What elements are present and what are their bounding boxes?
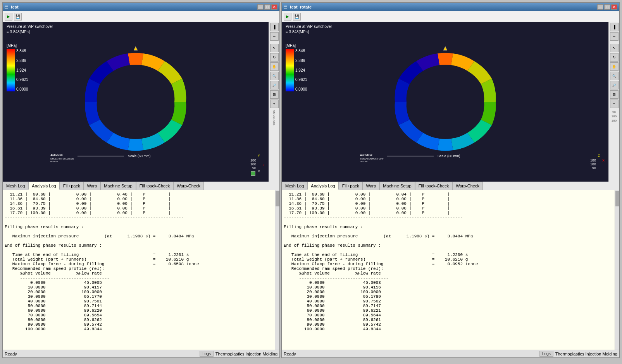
right-window-icon: 🗔 <box>284 5 288 9</box>
left-x-axis: X <box>258 169 260 173</box>
right-rt-zoomin[interactable]: 🔍 <box>610 72 619 80</box>
right-minimize-btn[interactable]: ─ <box>597 4 603 10</box>
right-rt-label-180b: 180 <box>612 119 617 122</box>
right-rt-scroll[interactable]: ▐ <box>610 23 619 31</box>
right-viewport: Pressure at V/P switchover = 3.848[MPa] … <box>282 22 608 182</box>
left-save-btn[interactable]: 💾 <box>14 13 22 21</box>
left-close-btn[interactable]: ✕ <box>271 4 277 10</box>
right-scroll-thumb[interactable] <box>615 191 619 206</box>
left-rt-fit[interactable]: ⊞ <box>270 90 279 99</box>
right-log-area: 11.21 | 60.68 | 0.00 | 0.04 | P | 11.86 … <box>282 190 619 350</box>
left-rt-label-90: 90 <box>272 110 276 114</box>
left-right-toolbar: ▐ ─ ↖ ↻ ✋ 🔍 🔎 ⊞ + 90 180 180 <box>269 22 279 182</box>
right-right-toolbar: ▐ ─ ↖ ↻ ✋ 🔍 🔎 ⊞ + 90 180 180 <box>608 22 619 182</box>
left-log-area: 11.21 | 60.68 | 0.00 | 0.40 | P | 11.86 … <box>3 190 279 350</box>
svg-text:SIMULATION MOLDFLOW: SIMULATION MOLDFLOW <box>50 158 74 160</box>
right-rt-minus[interactable]: ─ <box>610 32 619 41</box>
right-scrollbar[interactable] <box>615 190 619 350</box>
right-title-bar: 🗔 test_rotate ─ □ ✕ <box>282 3 619 11</box>
right-tab-warpcheck[interactable]: Warp-Check <box>452 182 483 190</box>
left-tab-machinesetup[interactable]: Machine Setup <box>100 182 136 190</box>
left-minimize-btn[interactable]: ─ <box>257 4 264 10</box>
left-viewport: Pressure at V/P switchover = 3.848[MPa] … <box>3 22 269 182</box>
left-window-icon: 🗔 <box>5 5 9 9</box>
left-rt-scroll[interactable]: ▐ <box>270 23 279 31</box>
right-tab-machinesetup[interactable]: Machine Setup <box>379 182 415 190</box>
right-window-title: test_rotate <box>290 5 312 9</box>
right-ring-display: Scale (60 mm) Autodesk SIMULATION MOLDFL… <box>282 22 608 182</box>
svg-text:INSIGHT: INSIGHT <box>50 160 58 162</box>
left-scroll-thumb[interactable] <box>276 191 279 206</box>
right-window: 🗔 test_rotate ─ □ ✕ ▶ 💾 Pressure at V/P <box>281 2 620 358</box>
right-rt-label-90: 90 <box>612 110 616 114</box>
left-tab-warp[interactable]: Warp <box>83 182 100 190</box>
svg-text:SIMULATION MOLDFLOW: SIMULATION MOLDFLOW <box>360 158 384 160</box>
left-z-axis: Z <box>263 163 265 167</box>
right-axes: 180 180 90 <box>590 158 596 170</box>
left-tab-bar: Mesh Log Analysis Log Fill+pack Warp Mac… <box>3 182 279 190</box>
left-maximize-btn[interactable]: □ <box>264 4 271 10</box>
left-rt-minus[interactable]: ─ <box>270 32 279 41</box>
right-rt-pan[interactable]: ✋ <box>610 62 619 71</box>
svg-marker-6 <box>443 46 447 50</box>
left-rt-label-180b: 180 <box>272 120 276 125</box>
right-toolbar: ▶ 💾 <box>282 11 619 22</box>
right-rt-cursor[interactable]: ↖ <box>610 44 619 52</box>
right-rt-plus[interactable]: + <box>610 100 619 108</box>
right-logs-btn[interactable]: Logs <box>539 351 553 357</box>
left-view-indicator <box>251 171 255 176</box>
right-play-btn[interactable]: ▶ <box>284 13 291 21</box>
left-status-text: Ready <box>5 352 17 356</box>
left-tab-analysislog[interactable]: Analysis Log <box>28 182 59 190</box>
right-rt-rotate[interactable]: ↻ <box>610 53 619 62</box>
right-status-text: Ready <box>284 352 296 356</box>
right-close-btn[interactable]: ✕ <box>611 4 617 10</box>
left-tab-meshlog[interactable]: Mesh Log <box>3 182 28 190</box>
left-rt-zoomout[interactable]: 🔎 <box>270 81 279 89</box>
left-rt-cursor[interactable]: ↖ <box>270 44 279 52</box>
left-toolbar: ▶ 💾 <box>3 11 279 22</box>
svg-text:Autodesk: Autodesk <box>360 154 372 156</box>
right-x-axis: X <box>602 158 605 162</box>
left-axes: 180 180 90 <box>250 158 256 170</box>
left-play-btn[interactable]: ▶ <box>5 13 12 21</box>
right-rt-fit[interactable]: ⊞ <box>610 90 619 99</box>
left-tab-warpcheck[interactable]: Warp-Check <box>173 182 204 190</box>
right-tab-analysislog[interactable]: Analysis Log <box>307 182 338 190</box>
right-rt-label-180a: 180 <box>612 115 617 118</box>
svg-text:Scale (60 mm): Scale (60 mm) <box>128 154 151 158</box>
right-z-axis: Z <box>598 154 600 158</box>
right-tab-meshlog[interactable]: Mesh Log <box>282 182 307 190</box>
left-status-bar: Ready Logs Thermoplastics Injection Mold… <box>3 350 279 357</box>
right-save-btn[interactable]: 💾 <box>293 13 301 21</box>
left-tab-fillpack[interactable]: Fill+pack <box>60 182 84 190</box>
svg-marker-0 <box>134 46 138 50</box>
svg-text:Scale (60 mm): Scale (60 mm) <box>438 154 460 158</box>
left-ring-display: Scale (60 mm) Autodesk SIMULATION MOLDFL… <box>3 22 269 182</box>
svg-text:Autodesk: Autodesk <box>50 154 63 156</box>
left-rt-rotate[interactable]: ↻ <box>270 53 279 62</box>
left-rt-label-180a: 180 <box>272 115 276 120</box>
left-tab-fillpackcheck[interactable]: Fill+pack-Check <box>136 182 174 190</box>
right-tab-warp[interactable]: Warp <box>362 182 379 190</box>
right-status-bar: Ready Logs Thermoplastics Injection Mold… <box>282 350 619 357</box>
left-rt-plus[interactable]: + <box>270 100 279 108</box>
svg-text:INSIGHT: INSIGHT <box>360 160 368 162</box>
left-logs-btn[interactable]: Logs <box>200 351 214 357</box>
left-process-text: Thermoplastics Injection Molding <box>215 352 277 356</box>
right-rt-zoomout[interactable]: 🔎 <box>610 81 619 89</box>
right-maximize-btn[interactable]: □ <box>604 4 610 10</box>
left-y-axis: Y <box>258 154 260 158</box>
left-rt-pan[interactable]: ✋ <box>270 62 279 71</box>
left-rt-zoomin[interactable]: 🔍 <box>270 72 279 80</box>
left-window-title: test <box>11 5 19 9</box>
left-window: 🗔 test ─ □ ✕ ▶ 💾 Pressure at V/P switch <box>2 2 280 358</box>
right-tab-bar: Mesh Log Analysis Log Fill+pack Warp Mac… <box>282 182 619 190</box>
left-title-bar: 🗔 test ─ □ ✕ <box>3 3 279 11</box>
right-tab-fillpack[interactable]: Fill+pack <box>339 182 363 190</box>
right-tab-fillpackcheck[interactable]: Fill+pack-Check <box>415 182 453 190</box>
right-process-text: Thermoplastics Injection Molding <box>555 352 617 356</box>
left-scrollbar[interactable] <box>275 190 279 350</box>
